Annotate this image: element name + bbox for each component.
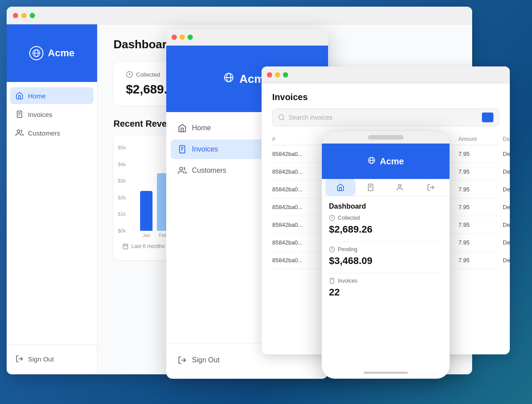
invoices-title: Invoices bbox=[272, 92, 499, 102]
sidebar-signout-label: Sign Out bbox=[28, 355, 54, 363]
svg-point-23 bbox=[279, 115, 284, 120]
phone-divider-1 bbox=[329, 241, 442, 242]
sidebar-item-home[interactable]: Home bbox=[10, 87, 94, 104]
globe-icon bbox=[29, 46, 43, 60]
col-header-date: Date bbox=[503, 136, 510, 142]
panel-maximize-dot[interactable] bbox=[188, 35, 193, 40]
phone-mockup: Acme Dashboard Collected $2,689.26 Pendi… bbox=[321, 131, 450, 379]
svg-point-7 bbox=[17, 130, 20, 132]
phone-divider-2 bbox=[329, 273, 442, 273]
svg-point-21 bbox=[180, 167, 183, 171]
phone-pending-label: Pending bbox=[329, 246, 442, 252]
sidebar-item-home-label: Home bbox=[28, 92, 46, 100]
panel-minimize-dot[interactable] bbox=[180, 35, 185, 40]
phone-collected-label: Collected bbox=[329, 215, 442, 221]
panel-nav-customers-label: Customers bbox=[192, 167, 226, 175]
svg-rect-35 bbox=[330, 278, 334, 284]
svg-point-31 bbox=[399, 184, 401, 187]
sidebar-item-invoices-label: Invoices bbox=[28, 111, 52, 118]
phone-pending-value: $3,468.09 bbox=[329, 255, 442, 267]
sidebar-bottom: Sign Out bbox=[7, 345, 97, 374]
panel-nav-home-label: Home bbox=[192, 124, 211, 132]
panel-close-dot[interactable] bbox=[172, 35, 177, 40]
panel-globe-icon bbox=[223, 72, 234, 86]
invoice-search-bar[interactable]: Search invoices bbox=[272, 109, 499, 126]
maximize-dot[interactable] bbox=[30, 13, 35, 18]
invoices-titlebar bbox=[262, 66, 510, 83]
phone-brand-name: Acme bbox=[380, 156, 404, 167]
search-icon bbox=[278, 114, 285, 121]
phone-home-indicator bbox=[364, 372, 408, 374]
sidebar-item-customers[interactable]: Customers bbox=[10, 124, 94, 141]
sidebar-item-invoices[interactable]: Invoices bbox=[10, 106, 94, 123]
phone-tab-signout[interactable] bbox=[416, 179, 446, 196]
close-dot[interactable] bbox=[13, 13, 18, 18]
search-button[interactable] bbox=[482, 113, 493, 122]
browser-titlebar bbox=[7, 7, 472, 24]
bar-jan-value bbox=[140, 191, 153, 231]
col-header-amount: Amount bbox=[458, 136, 503, 142]
phone-dashboard-title: Dashboard bbox=[329, 202, 442, 210]
sidebar-brand-name: Acme bbox=[48, 47, 74, 59]
phone-content: Dashboard Collected $2,689.26 Pending $3… bbox=[322, 196, 450, 311]
svg-line-24 bbox=[283, 119, 284, 120]
sidebar-item-customers-label: Customers bbox=[28, 129, 60, 137]
phone-collected-value: $2,689.26 bbox=[329, 224, 442, 235]
bar-jan: Jan bbox=[140, 191, 153, 238]
phone-notch-bar bbox=[368, 135, 403, 140]
phone-logo: Acme bbox=[322, 144, 450, 179]
sidebar: Acme Home Invoices Customers bbox=[7, 24, 98, 374]
phone-tab-customers[interactable] bbox=[386, 179, 416, 196]
search-placeholder: Search invoices bbox=[289, 114, 332, 121]
panel-titlebar bbox=[166, 29, 328, 46]
chart-y-labels: $5k $4k $3k $2k $1k $0k bbox=[118, 145, 126, 233]
sidebar-logo: Acme bbox=[7, 24, 97, 82]
panel-signout-label: Sign Out bbox=[192, 356, 219, 364]
inv-minimize-dot[interactable] bbox=[275, 72, 280, 78]
chart-footer-label: Last 6 months bbox=[131, 243, 164, 249]
phone-tab-home[interactable] bbox=[325, 179, 356, 196]
phone-tabs bbox=[322, 179, 450, 196]
minimize-dot[interactable] bbox=[21, 13, 27, 18]
sidebar-nav: Home Invoices Customers bbox=[7, 82, 97, 345]
phone-invoices-label: Invoices bbox=[329, 278, 442, 284]
phone-tab-invoices[interactable] bbox=[356, 179, 386, 196]
phone-notch bbox=[322, 131, 450, 144]
inv-close-dot[interactable] bbox=[267, 72, 272, 78]
phone-invoices-value: 22 bbox=[329, 287, 442, 298]
sidebar-signout[interactable]: Sign Out bbox=[10, 350, 94, 367]
panel-nav-invoices-label: Invoices bbox=[192, 145, 218, 153]
svg-rect-10 bbox=[123, 244, 128, 249]
phone-globe-icon bbox=[368, 156, 376, 167]
inv-maximize-dot[interactable] bbox=[283, 72, 288, 78]
